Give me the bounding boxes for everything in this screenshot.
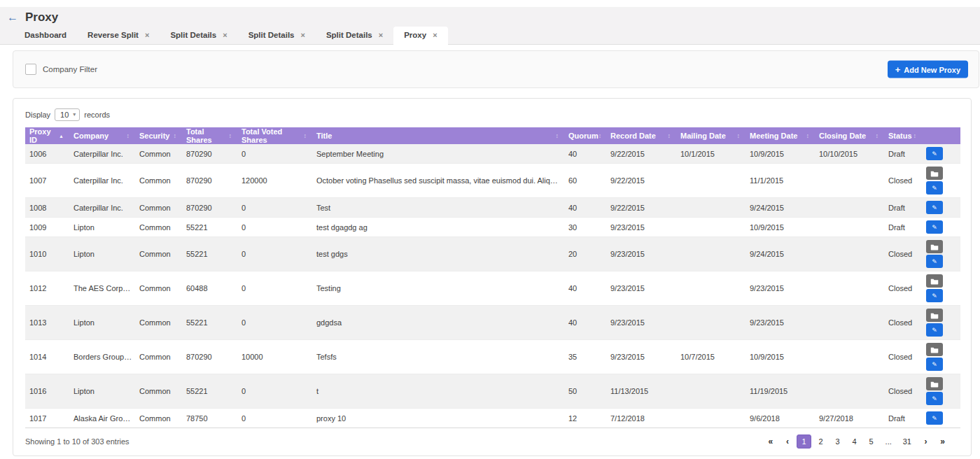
- close-icon[interactable]: ×: [223, 31, 227, 39]
- edit-button[interactable]: ✎: [926, 358, 943, 371]
- cell-title: Testing: [312, 271, 564, 306]
- pagination: «‹12345...31›»: [763, 435, 959, 449]
- cell-mailing-date: [676, 198, 746, 218]
- pagination-last[interactable]: »: [935, 435, 949, 449]
- cell-record-date: 9/22/2015: [606, 144, 676, 164]
- cell-company: Alaska Air Group, Inc.: [69, 409, 135, 428]
- folder-icon: [930, 278, 939, 285]
- tab-proxy[interactable]: Proxy×: [393, 27, 447, 45]
- cell-total-shares: 55221: [182, 218, 237, 237]
- pagination-page-5[interactable]: 5: [864, 435, 878, 448]
- column-header-title[interactable]: Title↕: [312, 127, 564, 144]
- pagination-page-3[interactable]: 3: [831, 435, 845, 448]
- cell-status: Draft: [884, 144, 922, 164]
- back-arrow-icon[interactable]: ←: [7, 12, 18, 23]
- column-header-total-shares[interactable]: Total Shares↕: [182, 127, 237, 144]
- cell-quorum: 12: [564, 409, 606, 428]
- pagination-page-1[interactable]: 1: [797, 435, 811, 449]
- cell-mailing-date: [676, 237, 746, 271]
- column-header-mailing-date[interactable]: Mailing Date↕: [676, 127, 746, 144]
- cell-title: proxy 10: [312, 409, 564, 428]
- documents-button[interactable]: [926, 274, 943, 288]
- sort-icon: ↕: [876, 132, 879, 139]
- cell-quorum: 60: [564, 164, 606, 198]
- page-size-select[interactable]: 10 ▾: [55, 108, 80, 121]
- column-header-record-date[interactable]: Record Date↕: [606, 127, 676, 144]
- column-header-meeting-date[interactable]: Meeting Date↕: [746, 127, 815, 144]
- tab-split-details[interactable]: Split Details×: [316, 27, 393, 44]
- pagination-first[interactable]: «: [763, 435, 777, 449]
- cell-status: Draft: [884, 218, 922, 237]
- cell-mailing-date: [676, 409, 746, 428]
- table-row: 1014Borders Group, Inc.Common87029010000…: [25, 340, 960, 374]
- display-label: Display: [25, 111, 50, 119]
- pagination-page-4[interactable]: 4: [848, 435, 862, 448]
- tab-label: Split Details: [248, 31, 295, 39]
- edit-button[interactable]: ✎: [926, 323, 943, 337]
- close-icon[interactable]: ×: [379, 31, 383, 39]
- edit-button[interactable]: ✎: [926, 181, 943, 195]
- cell-proxy-id: 1012: [25, 271, 69, 306]
- cell-title: Test: [312, 198, 564, 218]
- add-new-proxy-button[interactable]: + Add New Proxy: [888, 61, 968, 78]
- documents-button[interactable]: [926, 167, 943, 180]
- column-header-quorum[interactable]: Quorum↕: [564, 127, 606, 144]
- pagination-next[interactable]: ›: [918, 435, 932, 449]
- cell-mailing-date: [676, 271, 746, 306]
- close-icon[interactable]: ×: [300, 31, 304, 39]
- pagination-page-31[interactable]: 31: [899, 435, 916, 448]
- edit-button[interactable]: ✎: [926, 147, 943, 160]
- cell-closing-date: [815, 164, 884, 198]
- documents-button[interactable]: [926, 309, 943, 322]
- tab-dashboard[interactable]: Dashboard: [14, 27, 77, 44]
- cell-record-date: 9/22/2015: [606, 164, 676, 198]
- documents-button[interactable]: [926, 343, 943, 356]
- tab-split-details[interactable]: Split Details×: [160, 27, 237, 44]
- column-label: Security: [139, 132, 169, 140]
- column-header-company[interactable]: Company↕: [69, 127, 135, 144]
- close-icon[interactable]: ×: [433, 31, 437, 39]
- column-label: Proxy ID: [29, 127, 59, 144]
- pagination-ellipsis[interactable]: ...: [881, 435, 896, 448]
- column-header-security[interactable]: Security↕: [135, 127, 182, 144]
- title-row: ← Proxy: [0, 7, 980, 27]
- cell-meeting-date: 11/1/2015: [746, 164, 815, 198]
- cell-status: Draft: [884, 409, 922, 428]
- cell-title: October voting Phasellus sed suscipit ma…: [312, 164, 564, 198]
- sort-asc-icon: ▲: [59, 134, 64, 139]
- page-title: Proxy: [25, 10, 58, 24]
- tab-reverse-split[interactable]: Reverse Split×: [77, 27, 160, 44]
- edit-button[interactable]: ✎: [926, 255, 943, 268]
- cell-mailing-date: [676, 306, 746, 340]
- pagination-page-2[interactable]: 2: [814, 435, 828, 448]
- cell-quorum: 20: [564, 237, 606, 271]
- close-icon[interactable]: ×: [145, 31, 149, 39]
- edit-button[interactable]: ✎: [926, 392, 943, 405]
- folder-icon: [930, 381, 939, 388]
- documents-button[interactable]: [926, 240, 943, 253]
- cell-total-voted-shares: 0: [237, 144, 312, 164]
- cell-total-voted-shares: 0: [237, 271, 312, 306]
- documents-button[interactable]: [926, 377, 943, 390]
- edit-button[interactable]: ✎: [926, 201, 943, 214]
- sort-icon: ↕: [737, 132, 741, 139]
- chevron-down-icon: ▾: [73, 112, 76, 118]
- edit-button[interactable]: ✎: [926, 220, 943, 234]
- column-header-status[interactable]: Status↕: [884, 127, 922, 144]
- showing-entries-text: Showing 1 to 10 of 303 entries: [25, 437, 130, 446]
- company-filter-checkbox[interactable]: [25, 64, 36, 75]
- column-label: Closing Date: [819, 132, 866, 140]
- page-size-value: 10: [60, 111, 69, 119]
- pagination-prev[interactable]: ‹: [780, 435, 794, 449]
- column-header-closing-date[interactable]: Closing Date↕: [815, 127, 884, 144]
- table-row: 1006Caterpillar Inc.Common8702900Septemb…: [25, 144, 960, 164]
- tab-split-details[interactable]: Split Details×: [238, 27, 316, 44]
- cell-security: Common: [135, 271, 182, 306]
- column-header-proxy-id[interactable]: Proxy ID▲: [25, 127, 69, 144]
- cell-actions: ✎: [922, 374, 960, 409]
- edit-button[interactable]: ✎: [926, 411, 943, 425]
- cell-quorum: 40: [564, 306, 606, 340]
- column-header-total-voted-shares[interactable]: Total Voted Shares↕: [237, 127, 312, 144]
- cell-closing-date: 9/27/2018: [815, 409, 884, 428]
- edit-button[interactable]: ✎: [926, 289, 943, 302]
